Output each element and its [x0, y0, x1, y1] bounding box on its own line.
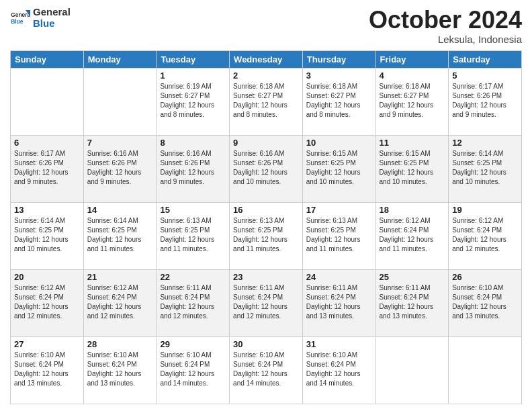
day-info: Sunrise: 6:15 AMSunset: 6:25 PMDaylight:…	[380, 149, 445, 187]
calendar-cell: 6Sunrise: 6:17 AMSunset: 6:26 PMDaylight…	[11, 135, 84, 202]
calendar-header-monday: Monday	[83, 50, 157, 68]
day-info: Sunrise: 6:11 AMSunset: 6:24 PMDaylight:…	[306, 283, 372, 321]
calendar-cell: 19Sunrise: 6:12 AMSunset: 6:24 PMDayligh…	[449, 202, 522, 269]
calendar-cell: 8Sunrise: 6:16 AMSunset: 6:26 PMDaylight…	[157, 135, 230, 202]
day-info: Sunrise: 6:12 AMSunset: 6:24 PMDaylight:…	[452, 216, 518, 254]
calendar-cell: 30Sunrise: 6:10 AMSunset: 6:24 PMDayligh…	[230, 336, 303, 404]
day-info: Sunrise: 6:16 AMSunset: 6:26 PMDaylight:…	[233, 149, 299, 187]
calendar-cell: 11Sunrise: 6:15 AMSunset: 6:25 PMDayligh…	[375, 135, 449, 202]
calendar-cell: 27Sunrise: 6:10 AMSunset: 6:24 PMDayligh…	[11, 336, 84, 404]
day-number: 26	[452, 272, 518, 282]
day-number: 21	[87, 272, 153, 282]
day-number: 29	[160, 339, 226, 349]
day-info: Sunrise: 6:10 AMSunset: 6:24 PMDaylight:…	[14, 351, 80, 388]
calendar-cell: 28Sunrise: 6:10 AMSunset: 6:24 PMDayligh…	[83, 336, 157, 404]
calendar-week-row: 27Sunrise: 6:10 AMSunset: 6:24 PMDayligh…	[11, 336, 522, 404]
location-subtitle: Leksula, Indonesia	[369, 34, 522, 45]
day-number: 10	[306, 138, 372, 148]
day-info: Sunrise: 6:12 AMSunset: 6:24 PMDaylight:…	[87, 283, 153, 321]
calendar-cell: 7Sunrise: 6:16 AMSunset: 6:26 PMDaylight…	[83, 135, 157, 202]
calendar-header-thursday: Thursday	[302, 50, 375, 68]
day-info: Sunrise: 6:16 AMSunset: 6:26 PMDaylight:…	[87, 149, 153, 187]
calendar-cell	[83, 68, 157, 135]
calendar-cell: 14Sunrise: 6:14 AMSunset: 6:25 PMDayligh…	[83, 202, 157, 269]
day-number: 1	[160, 71, 226, 81]
day-info: Sunrise: 6:13 AMSunset: 6:25 PMDaylight:…	[306, 216, 372, 254]
calendar-cell: 29Sunrise: 6:10 AMSunset: 6:24 PMDayligh…	[157, 336, 230, 404]
day-info: Sunrise: 6:10 AMSunset: 6:24 PMDaylight:…	[306, 351, 372, 388]
day-number: 19	[452, 205, 518, 215]
day-number: 31	[306, 339, 372, 349]
title-section: October 2024 Leksula, Indonesia	[369, 7, 522, 45]
day-info: Sunrise: 6:13 AMSunset: 6:25 PMDaylight:…	[233, 216, 299, 254]
calendar-cell: 25Sunrise: 6:11 AMSunset: 6:24 PMDayligh…	[375, 269, 449, 336]
day-info: Sunrise: 6:10 AMSunset: 6:24 PMDaylight:…	[87, 351, 153, 388]
calendar-cell: 26Sunrise: 6:10 AMSunset: 6:24 PMDayligh…	[449, 269, 522, 336]
day-number: 25	[380, 272, 445, 282]
calendar-cell: 2Sunrise: 6:18 AMSunset: 6:27 PMDaylight…	[230, 68, 303, 135]
calendar-cell: 13Sunrise: 6:14 AMSunset: 6:25 PMDayligh…	[11, 202, 84, 269]
calendar-cell: 20Sunrise: 6:12 AMSunset: 6:24 PMDayligh…	[11, 269, 84, 336]
calendar-header-friday: Friday	[375, 50, 449, 68]
calendar-cell: 16Sunrise: 6:13 AMSunset: 6:25 PMDayligh…	[230, 202, 303, 269]
calendar-header-row: SundayMondayTuesdayWednesdayThursdayFrid…	[11, 50, 522, 68]
calendar-cell: 31Sunrise: 6:10 AMSunset: 6:24 PMDayligh…	[302, 336, 375, 404]
day-number: 3	[306, 71, 372, 81]
day-info: Sunrise: 6:11 AMSunset: 6:24 PMDaylight:…	[380, 283, 445, 321]
day-number: 20	[14, 272, 80, 282]
calendar-cell: 9Sunrise: 6:16 AMSunset: 6:26 PMDaylight…	[230, 135, 303, 202]
calendar-cell: 1Sunrise: 6:19 AMSunset: 6:27 PMDaylight…	[157, 68, 230, 135]
day-info: Sunrise: 6:12 AMSunset: 6:24 PMDaylight:…	[14, 283, 80, 321]
day-info: Sunrise: 6:18 AMSunset: 6:27 PMDaylight:…	[306, 82, 372, 120]
day-info: Sunrise: 6:10 AMSunset: 6:24 PMDaylight:…	[160, 351, 226, 388]
calendar-cell: 15Sunrise: 6:13 AMSunset: 6:25 PMDayligh…	[157, 202, 230, 269]
day-info: Sunrise: 6:10 AMSunset: 6:24 PMDaylight:…	[452, 283, 518, 321]
day-number: 7	[87, 138, 153, 148]
day-number: 5	[452, 71, 518, 81]
generalblue-logo-icon: General Blue	[10, 8, 30, 28]
day-number: 23	[233, 272, 299, 282]
calendar-header-sunday: Sunday	[11, 50, 84, 68]
calendar-cell: 22Sunrise: 6:11 AMSunset: 6:24 PMDayligh…	[157, 269, 230, 336]
day-info: Sunrise: 6:11 AMSunset: 6:24 PMDaylight:…	[160, 283, 226, 321]
calendar-cell: 17Sunrise: 6:13 AMSunset: 6:25 PMDayligh…	[302, 202, 375, 269]
calendar-cell: 21Sunrise: 6:12 AMSunset: 6:24 PMDayligh…	[83, 269, 157, 336]
calendar-header-saturday: Saturday	[449, 50, 522, 68]
day-number: 22	[160, 272, 226, 282]
calendar-week-row: 13Sunrise: 6:14 AMSunset: 6:25 PMDayligh…	[11, 202, 522, 269]
calendar-cell	[375, 336, 449, 404]
day-number: 13	[14, 205, 80, 215]
day-info: Sunrise: 6:10 AMSunset: 6:24 PMDaylight:…	[233, 351, 299, 388]
calendar-week-row: 20Sunrise: 6:12 AMSunset: 6:24 PMDayligh…	[11, 269, 522, 336]
calendar-cell: 18Sunrise: 6:12 AMSunset: 6:24 PMDayligh…	[375, 202, 449, 269]
day-number: 8	[160, 138, 226, 148]
day-number: 11	[380, 138, 445, 148]
day-number: 15	[160, 205, 226, 215]
day-info: Sunrise: 6:19 AMSunset: 6:27 PMDaylight:…	[160, 82, 226, 120]
day-info: Sunrise: 6:18 AMSunset: 6:27 PMDaylight:…	[380, 82, 445, 120]
day-info: Sunrise: 6:13 AMSunset: 6:25 PMDaylight:…	[160, 216, 226, 254]
calendar-week-row: 6Sunrise: 6:17 AMSunset: 6:26 PMDaylight…	[11, 135, 522, 202]
calendar-cell: 3Sunrise: 6:18 AMSunset: 6:27 PMDaylight…	[302, 68, 375, 135]
calendar-cell: 4Sunrise: 6:18 AMSunset: 6:27 PMDaylight…	[375, 68, 449, 135]
svg-text:General: General	[11, 11, 30, 18]
day-number: 6	[14, 138, 80, 148]
day-number: 2	[233, 71, 299, 81]
day-info: Sunrise: 6:17 AMSunset: 6:26 PMDaylight:…	[14, 149, 80, 187]
calendar-header-tuesday: Tuesday	[157, 50, 230, 68]
day-number: 9	[233, 138, 299, 148]
logo-general-text: General	[33, 7, 71, 18]
day-info: Sunrise: 6:17 AMSunset: 6:26 PMDaylight:…	[452, 82, 518, 120]
calendar-cell: 5Sunrise: 6:17 AMSunset: 6:26 PMDaylight…	[449, 68, 522, 135]
day-info: Sunrise: 6:14 AMSunset: 6:25 PMDaylight:…	[452, 149, 518, 187]
header: General Blue General Blue October 2024 L…	[10, 7, 522, 45]
day-info: Sunrise: 6:12 AMSunset: 6:24 PMDaylight:…	[380, 216, 445, 254]
day-info: Sunrise: 6:14 AMSunset: 6:25 PMDaylight:…	[14, 216, 80, 254]
calendar-cell	[11, 68, 84, 135]
day-info: Sunrise: 6:11 AMSunset: 6:24 PMDaylight:…	[233, 283, 299, 321]
day-info: Sunrise: 6:16 AMSunset: 6:26 PMDaylight:…	[160, 149, 226, 187]
day-number: 12	[452, 138, 518, 148]
day-info: Sunrise: 6:18 AMSunset: 6:27 PMDaylight:…	[233, 82, 299, 120]
day-info: Sunrise: 6:14 AMSunset: 6:25 PMDaylight:…	[87, 216, 153, 254]
day-number: 14	[87, 205, 153, 215]
